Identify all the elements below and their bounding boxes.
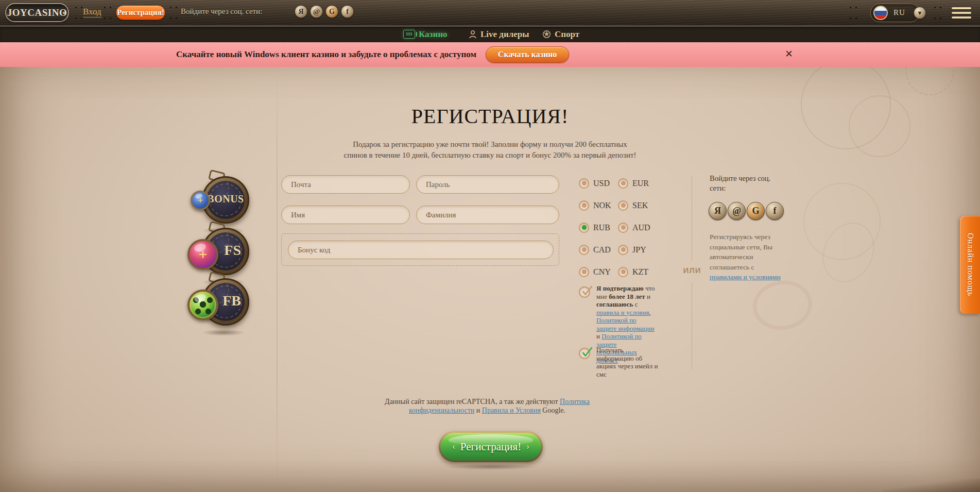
- registration-page: РЕГИСТРАЦИЯ! Подарок за регистрацию уже …: [0, 67, 980, 492]
- social-login-icons: Я @ G f: [709, 202, 784, 220]
- or-label: ИЛИ: [674, 266, 711, 275]
- currency-label: AUD: [632, 223, 650, 232]
- badge-label: FS: [224, 242, 241, 259]
- submit-label: Регистрация!: [460, 440, 521, 453]
- yandex-icon[interactable]: Я: [295, 5, 307, 18]
- radio-icon: [579, 178, 589, 189]
- info-protection-policy-link[interactable]: Политикой по защите информации: [596, 316, 655, 332]
- currency-option-nok[interactable]: NOK: [579, 200, 618, 211]
- currency-label: CNY: [593, 267, 611, 277]
- login-link[interactable]: Вход: [83, 7, 101, 18]
- vertical-divider: [692, 176, 692, 262]
- terms-link[interactable]: правила и условия: [596, 309, 649, 316]
- mailru-icon[interactable]: @: [310, 5, 323, 18]
- badge-label: FB: [222, 293, 241, 309]
- promo-consent-text: Получать информацию об акциях через имей…: [596, 346, 659, 378]
- social-login-heading: Войдите через соц. сети:: [710, 174, 772, 193]
- tab-sport-label: Спорт: [555, 29, 579, 40]
- checkmark-icon: [580, 346, 594, 359]
- download-banner: Скачайте новый Windows клиент казино и з…: [0, 42, 980, 67]
- tab-live-dealers[interactable]: Live дилеры: [469, 26, 529, 42]
- currency-selector: USD EUR NOK SEK RUB AUD CAD JPY CNY KZT: [579, 172, 657, 283]
- football-orb-icon: [187, 290, 218, 320]
- currency-option-cad[interactable]: CAD: [579, 245, 618, 255]
- download-casino-button[interactable]: Скачать казино: [486, 46, 569, 63]
- password-input[interactable]: [416, 175, 559, 194]
- chevron-down-icon[interactable]: ▼: [914, 7, 926, 19]
- header-register-button[interactable]: Регистрация!: [116, 5, 165, 20]
- russian-flag-icon: [873, 6, 888, 20]
- online-help-tab[interactable]: Онлайн помощь: [960, 216, 980, 314]
- language-selector[interactable]: RU: [870, 4, 920, 22]
- tab-casino-label: Казино: [419, 29, 448, 40]
- radio-icon: [618, 245, 628, 255]
- currency-option-cny[interactable]: CNY: [579, 267, 618, 277]
- yandex-icon[interactable]: Я: [709, 202, 727, 220]
- currency-label: RUB: [593, 223, 610, 232]
- bonus-code-container: [281, 233, 559, 266]
- nav-bar: $$$ Казино Live дилеры Спорт: [0, 26, 980, 42]
- sketch-flower-decor: [813, 214, 884, 291]
- currency-option-eur[interactable]: EUR: [618, 178, 657, 189]
- email-input[interactable]: [281, 175, 410, 194]
- bonus-badge: BONUS +: [192, 176, 249, 228]
- language-code: RU: [893, 8, 905, 17]
- page: { "header": { "logo_text": "JOYCASINO", …: [0, 0, 980, 492]
- currency-option-kzt[interactable]: KZT: [618, 267, 657, 277]
- logo[interactable]: JOYCASINO: [5, 3, 69, 22]
- bonus-code-input[interactable]: [288, 241, 554, 259]
- rivet-decor: [850, 7, 851, 8]
- arrow-left-decor: ‹: [453, 442, 455, 451]
- menu-icon[interactable]: [952, 7, 971, 19]
- football-icon: [542, 30, 551, 39]
- subtitle-line: Подарок за регистрацию уже почти твой! З…: [0, 139, 980, 150]
- google-icon[interactable]: G: [325, 5, 338, 18]
- sketch-flower-decor: [803, 183, 881, 260]
- facebook-icon[interactable]: f: [766, 202, 784, 220]
- currency-option-rub[interactable]: RUB: [579, 223, 618, 233]
- facebook-icon[interactable]: f: [341, 5, 354, 18]
- currency-label: USD: [593, 179, 610, 188]
- radio-icon: [579, 267, 589, 277]
- top-bar: JOYCASINO Вход Регистрация! Войдите чере…: [0, 0, 980, 26]
- google-icon[interactable]: G: [747, 202, 765, 220]
- banner-message: Скачайте новый Windows клиент казино и з…: [176, 49, 476, 60]
- close-icon[interactable]: ✕: [785, 48, 793, 60]
- currency-option-usd[interactable]: USD: [579, 178, 618, 189]
- stain-decor: [750, 277, 815, 333]
- first-name-input[interactable]: [281, 206, 410, 224]
- currency-option-sek[interactable]: SEK: [618, 200, 657, 211]
- radio-icon: [618, 200, 628, 211]
- currency-label: JPY: [632, 245, 646, 255]
- subtitle-line: спинов в течение 10 дней, бесплатную ста…: [0, 150, 980, 161]
- google-terms-link[interactable]: Правила и Условия: [482, 406, 541, 414]
- rivet-decor: [104, 7, 106, 8]
- mailru-icon[interactable]: @: [728, 202, 746, 220]
- radio-icon: [618, 223, 628, 233]
- currency-label: NOK: [593, 201, 611, 210]
- tab-sport[interactable]: Спорт: [542, 26, 579, 42]
- logo-text: JOYCASINO: [7, 7, 67, 19]
- last-name-input[interactable]: [416, 206, 559, 224]
- rivet-decor: [170, 7, 171, 8]
- currency-option-jpy[interactable]: JPY: [618, 245, 657, 255]
- bonus-plus-icon: +: [191, 191, 210, 210]
- paper-crease-decor: [277, 67, 278, 492]
- freespins-badge: FS +: [192, 228, 249, 279]
- dealer-icon: [469, 30, 477, 39]
- radio-icon: [579, 245, 589, 255]
- age-terms-checkbox[interactable]: [579, 286, 590, 298]
- currency-option-aud[interactable]: AUD: [618, 223, 657, 233]
- radio-icon: [618, 267, 628, 277]
- registration-submit-button[interactable]: ‹ Регистрация! ›: [439, 431, 543, 462]
- recaptcha-notice: Данный сайт защищен reCAPTCHA, а так же …: [379, 398, 595, 415]
- terms-and-conditions-link[interactable]: правилами и условиями: [710, 273, 781, 281]
- tab-casino[interactable]: $$$ Казино: [403, 26, 448, 42]
- freebet-badge: FB: [192, 278, 249, 330]
- rivet-decor: [75, 7, 77, 8]
- radio-icon: [618, 178, 628, 189]
- promo-consent-checkbox[interactable]: [579, 348, 590, 359]
- badge-shadow-decor: [202, 329, 245, 336]
- currency-label: SEK: [632, 201, 648, 210]
- radio-icon: [579, 200, 589, 211]
